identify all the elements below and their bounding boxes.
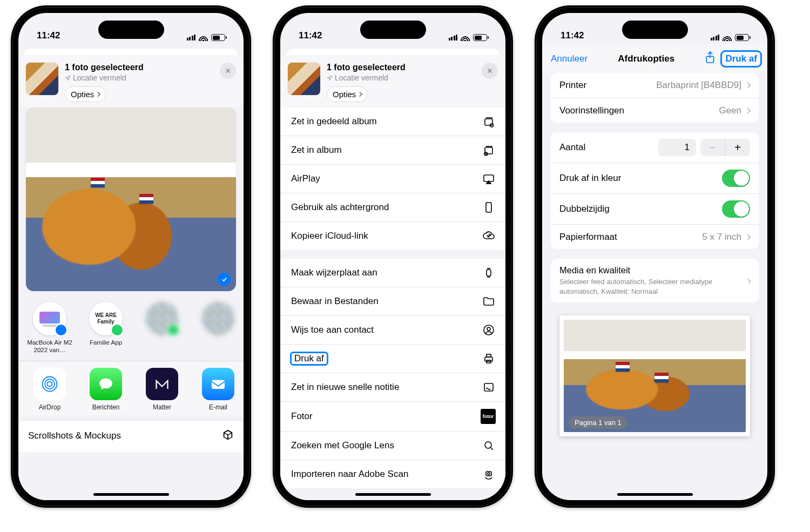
wallpaper-icon — [482, 200, 496, 214]
phone-1: 11:42 1 foto geselecteerd Locatie vermel… — [11, 5, 251, 508]
target-family-app[interactable]: WE AREFamily Familie App — [82, 302, 130, 354]
chevron-right-icon — [745, 234, 751, 240]
messages-icon — [90, 368, 122, 400]
airdrop-icon — [33, 368, 66, 400]
home-indicator[interactable] — [355, 493, 431, 496]
share-sheet: 1 foto geselecteerd Locatie vermeld Opti… — [280, 55, 505, 500]
flag-nl-icon — [616, 362, 630, 372]
count-stepper: 1 −+ — [658, 139, 750, 156]
action-airplay[interactable]: AirPlay — [280, 164, 505, 193]
macbook-icon — [33, 302, 66, 335]
action-google-lens[interactable]: Zoeken met Google Lens — [280, 431, 505, 460]
airdrop-badge-icon — [55, 324, 68, 336]
cellular-icon — [449, 35, 458, 41]
share-title: 1 foto geselecteerd — [327, 63, 475, 72]
row-printer[interactable]: PrinterBarbaprint [B4BBD9] — [551, 73, 759, 98]
action-print[interactable]: Druk af — [280, 344, 505, 373]
cube-icon — [222, 429, 234, 443]
app-mail[interactable]: E-mail — [194, 368, 242, 411]
action-wallpaper[interactable]: Gebruik als achtergrond — [280, 193, 505, 221]
preview-image — [564, 320, 746, 432]
airdrop-targets: MacBook Air M2 2022 van… WE AREFamily Fa… — [18, 299, 244, 361]
cancel-button[interactable]: Annuleer — [551, 53, 588, 64]
matter-icon — [146, 368, 178, 400]
folder-icon — [482, 294, 496, 308]
action-watch-face[interactable]: Maak wijzerplaat aan — [280, 259, 505, 287]
row-presets[interactable]: VoorinstellingenGeen — [551, 98, 759, 123]
action-assign-contact[interactable]: Wijs toe aan contact — [280, 315, 505, 344]
count-minus[interactable]: − — [700, 139, 725, 156]
count-value[interactable]: 1 — [658, 139, 696, 156]
whatsapp-badge-icon — [167, 324, 180, 336]
phone-2: 11:42 1 foto geselecteerd Locatie vermel… — [273, 5, 513, 508]
page-indicator: Pagina 1 van 1 — [569, 416, 627, 429]
options-chip[interactable]: Opties — [65, 86, 106, 102]
dynamic-island — [98, 21, 164, 39]
home-indicator[interactable] — [617, 493, 693, 496]
chevron-right-icon — [96, 92, 101, 97]
print-settings: PrinterBarbaprint [B4BBD9] Voorinstellin… — [542, 73, 767, 436]
quick-note-icon — [482, 380, 496, 394]
close-button[interactable] — [482, 63, 498, 79]
action-icloud-link[interactable]: Kopieer iCloud-link — [280, 221, 505, 250]
action-save-files[interactable]: Bewaar in Bestanden — [280, 287, 505, 315]
share-icon[interactable] — [705, 51, 716, 66]
flag-nl-icon — [139, 194, 153, 204]
options-chip[interactable]: Opties — [327, 86, 368, 102]
print-button[interactable]: Druk af — [722, 52, 760, 66]
wifi-icon — [461, 35, 470, 41]
dynamic-island — [360, 21, 426, 39]
selected-photo-thumb[interactable] — [288, 63, 320, 95]
share-sheet: 1 foto geselecteerd Locatie vermeld Opti… — [18, 55, 244, 500]
cellular-icon — [187, 35, 196, 41]
chevron-right-icon — [746, 278, 751, 283]
action-shared-album[interactable]: Zet in gedeeld album — [280, 107, 505, 136]
close-button[interactable] — [220, 63, 236, 79]
app-messages[interactable]: Berichten — [82, 368, 130, 411]
svg-point-1 — [45, 379, 55, 389]
svg-point-12 — [487, 327, 490, 331]
count-plus[interactable]: + — [725, 139, 750, 156]
extra-action-row[interactable]: Scrollshots & Mockups — [18, 420, 244, 452]
svg-rect-9 — [486, 203, 491, 212]
phone-3: 11:42 Annuleer Afdrukopties Druk af Prin… — [535, 5, 775, 508]
home-indicator[interactable] — [93, 493, 169, 496]
action-adobe-scan[interactable]: Importeren naar Adobe Scan — [280, 460, 505, 488]
share-title: 1 foto geselecteerd — [65, 63, 213, 72]
status-time: 11:42 — [299, 30, 322, 41]
row-paper[interactable]: Papierformaat5 x 7 inch — [551, 224, 759, 249]
row-media-quality[interactable]: Media en kwaliteit Selecteer feed automa… — [551, 259, 759, 302]
selected-photo-thumb[interactable] — [26, 63, 58, 95]
target-contact[interactable] — [138, 302, 186, 354]
whatsapp-badge-icon — [111, 324, 124, 336]
battery-icon — [211, 34, 225, 41]
duplex-toggle[interactable] — [722, 200, 750, 218]
adobe-scan-icon — [482, 467, 496, 481]
share-location: Locatie vermeld — [327, 73, 475, 82]
action-fotor[interactable]: Fotorfotor — [280, 401, 505, 431]
photo-preview[interactable] — [26, 107, 236, 291]
dynamic-island — [622, 21, 688, 39]
watch-face-icon — [482, 266, 496, 280]
search-icon — [482, 439, 496, 453]
status-time: 11:42 — [561, 30, 584, 41]
cellular-icon — [711, 35, 720, 41]
color-toggle[interactable] — [722, 170, 750, 187]
svg-point-17 — [485, 442, 491, 448]
svg-rect-3 — [212, 380, 225, 389]
app-matter[interactable]: Matter — [138, 368, 186, 411]
action-quick-note[interactable]: Zet in nieuwe snelle notitie — [280, 373, 505, 401]
shared-album-icon — [482, 115, 496, 129]
wifi-icon — [723, 35, 732, 41]
action-album[interactable]: Zet in album — [280, 136, 505, 164]
actions-list[interactable]: Zet in gedeeld album Zet in album AirPla… — [280, 107, 505, 500]
target-contact[interactable] — [194, 302, 242, 354]
chevron-right-icon — [745, 82, 751, 88]
flag-nl-icon — [654, 373, 669, 382]
print-preview[interactable]: Pagina 1 van 1 — [559, 315, 750, 436]
svg-point-0 — [48, 381, 52, 386]
target-macbook[interactable]: MacBook Air M2 2022 van… — [26, 302, 73, 354]
page-title: Afdrukopties — [618, 53, 674, 64]
contact-icon — [482, 323, 496, 337]
app-airdrop[interactable]: AirDrop — [26, 368, 73, 411]
